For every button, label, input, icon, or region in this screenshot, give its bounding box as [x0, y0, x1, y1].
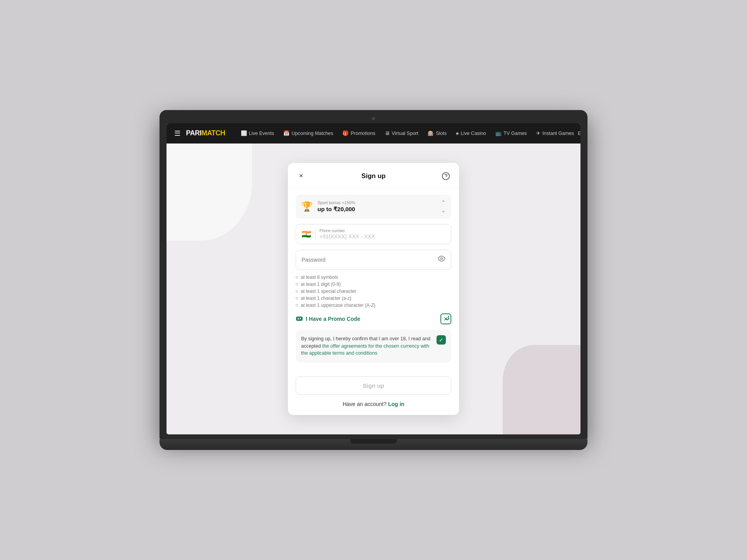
rule-dot-icon: [296, 304, 298, 306]
rule-1-digit-text: at least 1 digit (0-9): [301, 282, 341, 287]
laptop-shell: ☰ PARIMATCH ⬜ Live Events 📅 Upcoming Mat…: [160, 110, 587, 450]
modal-footer: Sign up Have an account? Log in: [288, 376, 459, 415]
slots-icon: 🎰: [428, 130, 434, 136]
nav-tv-games[interactable]: 📺 TV Games: [491, 128, 531, 138]
rule-1-digit: at least 1 digit (0-9): [296, 282, 451, 287]
promo-code-toggle[interactable]: 🎟 I Have a Promo Code: [296, 315, 360, 323]
nav-instant-games[interactable]: ✈ Instant Games: [532, 128, 578, 138]
signup-modal: × Sign up: [288, 163, 459, 415]
modal-title: Sign up: [361, 172, 386, 180]
promo-code-label: I Have a Promo Code: [306, 316, 360, 322]
signup-button[interactable]: Sign up: [296, 376, 451, 395]
bonus-selector[interactable]: 🏆 Sport bonus +150% up to ₹20,000 ⌃⌄: [296, 194, 451, 219]
have-account-label: Have an account?: [343, 401, 387, 407]
eye-icon[interactable]: [438, 255, 445, 264]
terms-checkbox[interactable]: ✓: [437, 335, 446, 345]
divider: [315, 229, 316, 239]
laptop-base: [160, 439, 587, 450]
terms-box: By signing up, I hereby confirm that I a…: [296, 330, 451, 362]
password-field[interactable]: [296, 250, 451, 270]
tv-icon: 📺: [495, 130, 502, 136]
rule-uppercase: at least 1 uppercase character (A-Z): [296, 303, 451, 308]
logo-pari: PARI: [186, 129, 202, 137]
modal-body: 🏆 Sport bonus +150% up to ₹20,000 ⌃⌄: [288, 188, 459, 376]
bonus-label: Sport bonus +150%: [317, 200, 355, 205]
phone-placeholder: +91(XXXX) XXX - XXX: [319, 233, 445, 240]
nav-upcoming-label: Upcoming Matches: [291, 131, 333, 136]
calendar-icon: 📅: [283, 130, 289, 136]
nav-instant-label: Instant Games: [542, 131, 574, 136]
rule-8-symbols-text: at least 8 symbols: [301, 275, 338, 280]
phone-label: Phone number: [319, 229, 445, 233]
rule-lowercase-text: at least 1 character (a-z): [301, 296, 351, 301]
bonus-amount: up to ₹20,000: [317, 206, 355, 213]
instant-icon: ✈: [536, 130, 540, 136]
nav-promotions-label: Promotions: [351, 131, 375, 136]
promo-checkbox-icon[interactable]: [440, 313, 451, 324]
support-icon[interactable]: [440, 171, 451, 182]
laptop-screen: ☰ PARIMATCH ⬜ Live Events 📅 Upcoming Mat…: [167, 123, 580, 434]
rule-dot-icon: [296, 290, 298, 292]
rule-8-symbols: at least 8 symbols: [296, 275, 451, 280]
nav-slots[interactable]: 🎰 Slots: [424, 128, 451, 138]
promo-code-icon: 🎟: [296, 315, 303, 323]
nav-tv-label: TV Games: [503, 131, 527, 136]
nav-links: ⬜ Live Events 📅 Upcoming Matches 🎁 Promo…: [237, 128, 578, 138]
logo-match: MATCH: [202, 129, 225, 137]
rule-special-char: at least 1 special character: [296, 289, 451, 294]
modal-header: × Sign up: [288, 163, 459, 188]
virtual-sport-icon: 🖥: [385, 130, 390, 136]
rule-uppercase-text: at least 1 uppercase character (A-Z): [301, 303, 375, 308]
rule-special-char-text: at least 1 special character: [301, 289, 356, 294]
india-flag-icon: 🇮🇳: [302, 229, 311, 239]
password-rules: at least 8 symbols at least 1 digit (0-9…: [296, 275, 451, 308]
navbar-right: EN Log in: [578, 125, 580, 142]
nav-live-casino[interactable]: ♠ Live Casino: [452, 128, 490, 138]
phone-field[interactable]: 🇮🇳 Phone number +91(XXXX) XXX - XXX: [296, 224, 451, 244]
phone-input-group: Phone number +91(XXXX) XXX - XXX: [319, 229, 445, 240]
rule-dot-icon: [296, 283, 298, 285]
password-input[interactable]: [302, 257, 438, 263]
promo-row: 🎟 I Have a Promo Code: [296, 313, 451, 324]
login-link[interactable]: Log in: [388, 401, 404, 407]
casino-icon: ♠: [456, 130, 459, 136]
laptop-camera: [372, 117, 375, 120]
close-button[interactable]: ×: [296, 171, 307, 182]
rule-dot-icon: [296, 276, 298, 278]
nav-virtual-label: Virtual Sport: [392, 131, 419, 136]
nav-slots-label: Slots: [436, 131, 447, 136]
promotions-icon: 🎁: [342, 130, 349, 136]
nav-virtual-sport[interactable]: 🖥 Virtual Sport: [381, 128, 423, 138]
nav-live-events[interactable]: ⬜ Live Events: [237, 128, 278, 138]
laptop-bezel: ☰ PARIMATCH ⬜ Live Events 📅 Upcoming Mat…: [160, 110, 587, 439]
chevron-up-down-icon: ⌃⌄: [441, 199, 446, 214]
rule-lowercase: at least 1 character (a-z): [296, 296, 451, 301]
terms-text: By signing up, I hereby confirm that I a…: [301, 335, 433, 357]
nav-casino-label: Live Casino: [461, 131, 486, 136]
logo[interactable]: PARIMATCH: [186, 129, 225, 137]
have-account-text: Have an account? Log in: [296, 401, 451, 407]
menu-icon[interactable]: ☰: [174, 129, 181, 138]
bonus-details: Sport bonus +150% up to ₹20,000: [317, 200, 355, 213]
live-events-icon: ⬜: [241, 130, 247, 136]
svg-point-2: [441, 258, 443, 260]
nav-upcoming-matches[interactable]: 📅 Upcoming Matches: [279, 128, 337, 138]
laptop-hinge: [350, 439, 397, 444]
screen-background: × Sign up: [167, 144, 580, 434]
navbar: ☰ PARIMATCH ⬜ Live Events 📅 Upcoming Mat…: [167, 123, 580, 144]
bonus-info: 🏆 Sport bonus +150% up to ₹20,000: [301, 200, 355, 213]
nav-live-events-label: Live Events: [249, 131, 274, 136]
trophy-icon: 🏆: [301, 201, 313, 212]
rule-dot-icon: [296, 297, 298, 299]
language-selector[interactable]: EN: [578, 131, 580, 136]
screen-content: × Sign up: [167, 144, 580, 434]
nav-promotions[interactable]: 🎁 Promotions: [338, 128, 379, 138]
